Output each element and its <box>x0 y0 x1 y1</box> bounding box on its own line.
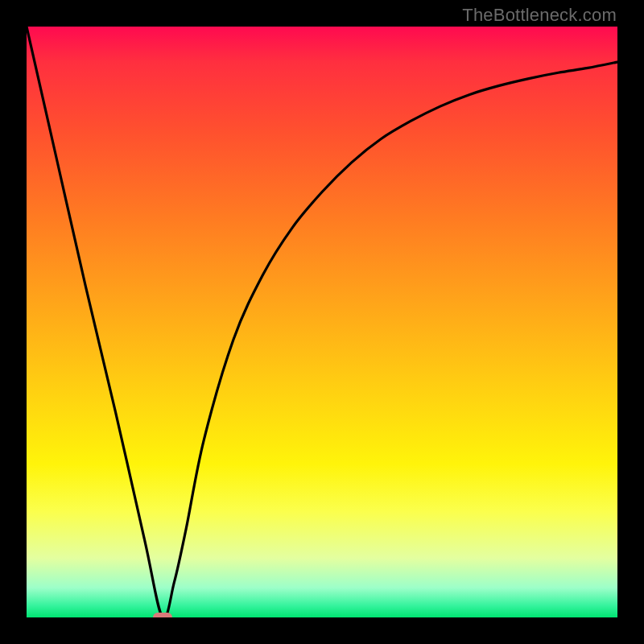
bottleneck-curve <box>27 27 617 617</box>
optimal-marker <box>153 613 172 617</box>
plot-area <box>27 27 617 617</box>
watermark-text: TheBottleneck.com <box>462 5 617 26</box>
chart-frame: TheBottleneck.com <box>0 0 644 644</box>
curve-layer <box>27 27 617 617</box>
